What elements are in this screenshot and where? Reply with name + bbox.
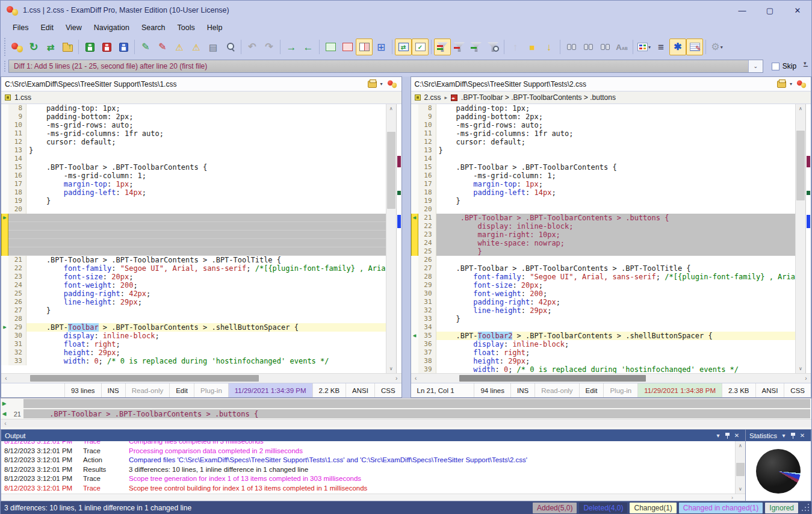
grid-view-icon[interactable]: ⊞ xyxy=(373,39,389,55)
scroll-up-icon[interactable]: ∧ xyxy=(736,441,745,450)
diff-map-current-mark[interactable] xyxy=(397,191,401,195)
status-badge-changed-in-changed[interactable]: Changed in changed(1) xyxy=(679,503,763,513)
swap-files-icon[interactable]: ⇄ xyxy=(42,39,59,55)
code-line[interactable]: 8 padding-top: 1px; xyxy=(1,104,386,113)
menu-item-search[interactable]: Search xyxy=(135,21,172,34)
status-badge-ignored[interactable]: Ignored xyxy=(765,503,798,513)
code-line[interactable]: 38 height: 29px; xyxy=(411,357,795,365)
code-line[interactable]: 10 -ms-grid-rows: auto; xyxy=(1,121,386,129)
redo-icon[interactable]: ↷ xyxy=(261,39,277,55)
chevron-down-icon[interactable]: ▾ xyxy=(648,45,651,50)
code-line[interactable]: 21 .BPT-Toolbar > .BPT-ToolbarContents >… xyxy=(1,256,386,264)
code-line[interactable]: 31 padding-right: 42px; xyxy=(411,298,795,306)
find-icon[interactable] xyxy=(563,39,580,55)
code-line[interactable]: 25 padding-right: 42px; xyxy=(1,290,386,298)
code-line[interactable]: 31 float: right; xyxy=(1,340,386,348)
code-line[interactable]: 33 width: 0; /* 0 is replaced during 'ho… xyxy=(1,357,386,365)
output-row[interactable]: 8/12/2023 3:12:01 PMTraceScope tree cont… xyxy=(1,484,745,494)
diff-placeholder-row[interactable]: ▶ xyxy=(1,214,386,222)
code-line[interactable]: ◀35 .BPT-Toolbar2 > .BPT-ToolbarContents… xyxy=(411,332,795,340)
match-case-icon[interactable]: AAB xyxy=(613,39,630,55)
toolbar-grip[interactable] xyxy=(4,38,7,56)
skip-checkbox-wrap[interactable]: Skip xyxy=(772,62,796,70)
breadcrumb-file[interactable]: 1.css xyxy=(14,93,31,102)
minimize-button[interactable]: — xyxy=(728,1,756,20)
code-line[interactable]: 19 } xyxy=(411,197,795,205)
menu-item-edit[interactable]: Edit xyxy=(34,21,60,34)
pane-splitter[interactable] xyxy=(402,76,411,398)
output-row[interactable]: 8/12/2023 3:12:01 PMResults3 differences… xyxy=(1,465,745,475)
scroll-right-icon[interactable]: › xyxy=(731,495,733,501)
output-row[interactable]: 8/12/2023 3:12:01 PMActionCompared files… xyxy=(1,456,745,465)
status-badge-deleted[interactable]: Deleted(4,0) xyxy=(579,503,627,513)
split-view-icon[interactable] xyxy=(356,39,373,55)
output-row[interactable]: 8/12/2023 3:12:01 PMTraceScope tree gene… xyxy=(1,474,745,484)
scroll-down-icon[interactable]: ∨ xyxy=(736,485,745,494)
status-badge-added[interactable]: Added(5,0) xyxy=(533,503,577,513)
scroll-left-icon[interactable]: ‹ xyxy=(1,420,10,427)
code-line[interactable]: 28 xyxy=(1,315,386,323)
save-first-file-icon[interactable] xyxy=(81,39,98,55)
show-added-icon[interactable] xyxy=(468,39,485,55)
scroll-right-icon[interactable]: › xyxy=(801,375,811,382)
show-first-file-icon[interactable] xyxy=(322,39,339,55)
diff-map-changed-mark[interactable] xyxy=(397,156,401,167)
menu-item-tools[interactable]: Tools xyxy=(172,21,201,34)
previous-difference-icon[interactable]: ↑ xyxy=(507,39,524,55)
plugins-icon[interactable]: ✱ xyxy=(669,39,686,55)
close-icon[interactable]: ✕ xyxy=(732,432,742,439)
scroll-down-icon[interactable]: ∨ xyxy=(796,364,805,373)
code-line[interactable]: 10 -ms-grid-rows: auto; xyxy=(411,121,795,129)
print-icon[interactable]: ▤ xyxy=(205,39,222,55)
diff-map-current-mark[interactable] xyxy=(807,191,810,195)
code-line[interactable]: 29 font-size: 20px; xyxy=(411,281,795,290)
output-log[interactable]: 8/12/2023 3:12:01 PMTraceComparing files… xyxy=(1,441,745,494)
code-line[interactable]: 11 -ms-grid-columns: 1fr auto; xyxy=(411,129,795,138)
pin-icon[interactable] xyxy=(725,433,730,439)
chevron-down-icon[interactable]: ▾ xyxy=(779,432,789,439)
code-line[interactable]: 8 padding-top: 1px; xyxy=(411,104,795,113)
breadcrumb-scope[interactable]: .BPT-Toolbar > .BPT-ToolbarContents > .b… xyxy=(461,93,616,102)
code-line[interactable]: 11 -ms-grid-columns: 1fr auto; xyxy=(1,129,386,138)
backup-first-icon[interactable]: ⚠ xyxy=(171,39,188,55)
pane-compare-icon[interactable] xyxy=(387,80,396,88)
open-files-icon[interactable] xyxy=(59,39,76,55)
edit-second-file-icon[interactable]: ✎ xyxy=(154,39,171,55)
sync-scroll-icon[interactable]: ⇄ xyxy=(395,39,412,55)
code-line[interactable]: 20 xyxy=(1,205,386,214)
menu-item-files[interactable]: Files xyxy=(7,21,34,34)
pane-compare-icon[interactable] xyxy=(797,80,806,88)
undo-icon[interactable]: ↶ xyxy=(244,39,261,55)
scrollbar-thumb[interactable] xyxy=(387,132,395,209)
toolbar-overflow-icon[interactable]: ▾▔ xyxy=(804,60,808,72)
close-button[interactable]: ✕ xyxy=(784,1,811,20)
menu-item-help[interactable]: Help xyxy=(201,21,229,34)
scroll-up-icon[interactable]: ∧ xyxy=(796,104,805,113)
code-line[interactable]: 24 white-space: nowrap; xyxy=(411,239,795,247)
second-file-vertical-scrollbar[interactable]: ∧ ∨ xyxy=(795,104,805,373)
editor-options-icon[interactable] xyxy=(686,39,703,55)
code-line[interactable]: 19 } xyxy=(1,197,386,205)
output-row[interactable]: 8/12/2023 3:12:01 PMTraceProcessing comp… xyxy=(1,447,745,456)
chevron-down-icon[interactable]: ▾ xyxy=(713,432,723,439)
copy-block-left-icon[interactable]: ← xyxy=(300,39,317,55)
output-vertical-scrollbar[interactable]: ∧ ∨ xyxy=(735,441,745,494)
pane-print-icon[interactable] xyxy=(777,81,786,88)
code-line[interactable]: 12 cursor: default; xyxy=(1,138,386,146)
diffbar-grip[interactable] xyxy=(4,61,7,72)
show-all-differences-icon[interactable] xyxy=(434,39,451,55)
code-line[interactable]: 16 -ms-grid-column: 1; xyxy=(411,172,795,180)
code-line[interactable]: 37 float: right; xyxy=(411,348,795,357)
layout-options-icon[interactable]: ▾ xyxy=(636,39,652,55)
maximize-button[interactable]: ▢ xyxy=(756,1,784,20)
code-line[interactable]: 27 .BPT-Toolbar > .BPT-ToolbarContents >… xyxy=(411,264,795,273)
diff-placeholder-row[interactable] xyxy=(1,231,386,239)
code-line[interactable]: 12 cursor: default; xyxy=(411,138,795,146)
code-line[interactable]: 33 } xyxy=(411,315,795,323)
chevron-down-icon[interactable]: ▾ xyxy=(721,45,723,50)
auto-recompare-icon[interactable]: ✓ xyxy=(412,39,429,55)
code-line[interactable]: 25 } xyxy=(411,247,795,256)
backup-second-icon[interactable]: ⚠ xyxy=(188,39,205,55)
code-line[interactable]: 13} xyxy=(411,146,795,155)
code-line[interactable]: 28 font-family: "Segoe UI", Arial, sans-… xyxy=(411,273,795,281)
